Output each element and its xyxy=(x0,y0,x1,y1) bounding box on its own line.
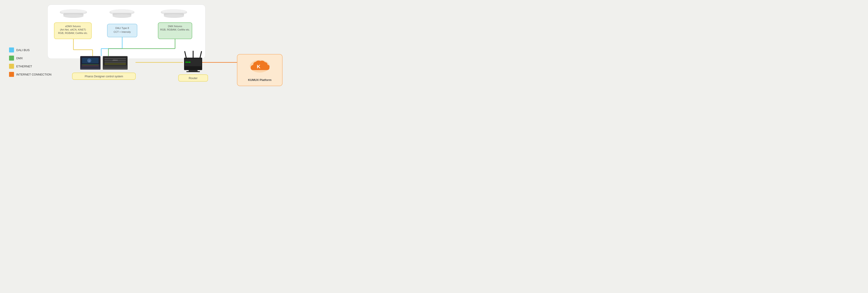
svg-rect-47 xyxy=(104,60,126,61)
svg-point-70 xyxy=(250,60,270,72)
svg-point-71 xyxy=(250,63,260,72)
svg-rect-50 xyxy=(104,65,126,66)
svg-point-61 xyxy=(185,61,187,63)
svg-rect-69 xyxy=(237,54,282,86)
svg-rect-65 xyxy=(186,71,200,72)
ethernet-label: ETHERNET xyxy=(16,65,32,68)
svg-point-62 xyxy=(187,61,189,63)
svg-rect-53 xyxy=(72,73,135,80)
svg-text:K: K xyxy=(257,64,260,69)
svg-rect-49 xyxy=(104,63,126,65)
svg-rect-57 xyxy=(185,58,202,66)
svg-rect-41 xyxy=(82,66,99,67)
svg-rect-39 xyxy=(82,64,99,65)
svg-point-37 xyxy=(87,59,91,62)
svg-point-63 xyxy=(189,61,190,63)
svg-rect-64 xyxy=(189,70,198,71)
svg-text:Pharos Designer control system: Pharos Designer control system xyxy=(85,75,123,78)
svg-rect-52 xyxy=(103,68,128,70)
main-container: DALI BUS DMX ETHERNET INTERNET CONNECTIO… xyxy=(0,0,289,98)
internet-color-swatch xyxy=(9,72,14,77)
svg-rect-56 xyxy=(184,58,202,70)
dali-label: DALI BUS xyxy=(16,48,30,52)
dali-color-swatch xyxy=(9,48,14,53)
svg-text:KUMUX Platform: KUMUX Platform xyxy=(248,78,272,82)
svg-rect-66 xyxy=(179,75,208,81)
svg-rect-40 xyxy=(82,65,99,66)
ethernet-color-swatch xyxy=(9,64,14,69)
svg-text:pharos: pharos xyxy=(113,59,118,61)
svg-text:Router: Router xyxy=(189,77,198,80)
fixtures-container xyxy=(48,4,206,59)
dmx-color-swatch xyxy=(9,56,14,61)
dmx-label: DMX xyxy=(16,57,23,60)
svg-rect-48 xyxy=(104,61,126,63)
svg-rect-42 xyxy=(80,68,100,70)
diagram: eDMX fixtures (Art-Net, sACN, KiNET) RGB… xyxy=(41,0,289,98)
svg-text:⊙: ⊙ xyxy=(89,60,90,62)
